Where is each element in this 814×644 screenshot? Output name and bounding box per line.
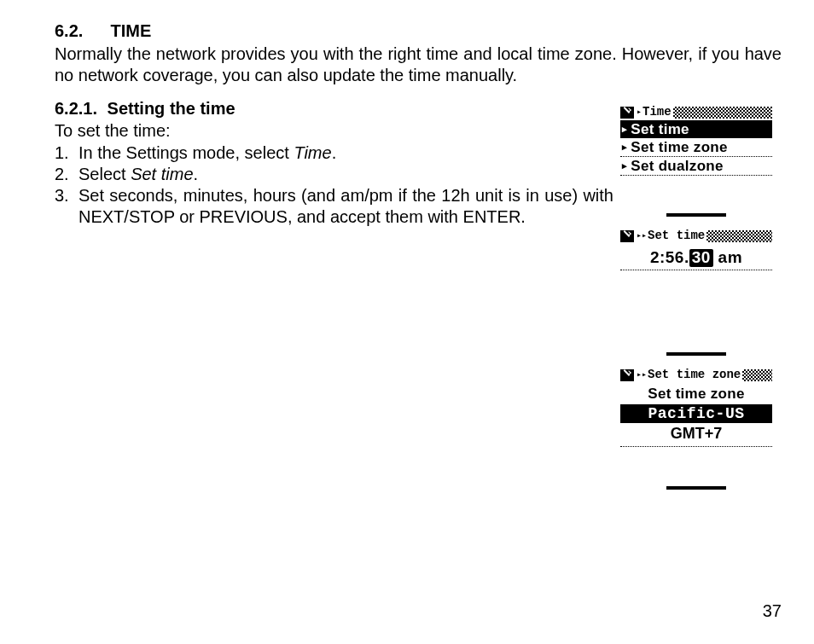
figure-column: ▸ Time ▸ Set time ▸ Set time zone ▸ Set … xyxy=(620,105,777,502)
subsection-lead: To set the time: xyxy=(55,120,613,142)
caret-icon: ▸ xyxy=(622,161,627,171)
device-screen-set-time: ▸▸ Set time 2:56.30 am xyxy=(620,229,772,356)
screen-bottom-bar xyxy=(666,213,726,217)
chevron-right-icon: ▸ xyxy=(636,107,642,119)
menu-item-set-time-zone: ▸ Set time zone xyxy=(620,138,772,157)
time-value-row: 2:56.30 am xyxy=(620,244,772,270)
screen-title: Set time xyxy=(648,229,705,244)
step-body: In the Settings mode, select Time. xyxy=(78,142,613,164)
menu-item-label: Set dualzone xyxy=(631,157,723,175)
device-screen-set-timezone: ▸▸ Set time zone Set time zone Pacific-U… xyxy=(620,368,772,490)
caret-icon: ▸ xyxy=(622,142,627,152)
header-shading xyxy=(742,369,772,381)
device-screen-time-menu: ▸ Time ▸ Set time ▸ Set time zone ▸ Set … xyxy=(620,105,772,217)
manual-page: 6.2. TIME Normally the network provides … xyxy=(0,0,814,644)
menu-item-set-time: ▸ Set time xyxy=(620,120,772,138)
timezone-below: GMT+7 xyxy=(620,423,772,446)
screen-bottom-bar xyxy=(666,486,726,490)
wrench-icon xyxy=(620,230,634,242)
screen-header: ▸▸ Set time zone xyxy=(620,368,772,383)
step-body: Set seconds, minutes, hours (and am/pm i… xyxy=(78,185,613,228)
menu-item-label: Set time zone xyxy=(631,138,727,156)
subsection-number: 6.2.1. xyxy=(55,98,102,119)
screen-header: ▸▸ Set time xyxy=(620,229,772,244)
screen-title: Time xyxy=(642,105,672,120)
dotted-divider xyxy=(620,446,772,447)
time-ampm: am xyxy=(713,248,742,266)
subsection-heading: 6.2.1. Setting the time xyxy=(55,98,613,119)
section-title: TIME xyxy=(111,21,152,40)
chevron-right-icon: ▸▸ xyxy=(636,231,648,242)
section-number: 6.2. xyxy=(55,20,106,42)
step-number: 1. xyxy=(55,142,78,164)
wrench-icon xyxy=(620,107,634,119)
step-body: Select Set time. xyxy=(78,164,613,185)
timezone-title: Set time zone xyxy=(620,383,772,404)
step-item: 2. Select Set time. xyxy=(55,164,613,185)
header-shading xyxy=(706,230,772,242)
screen-title: Set time zone xyxy=(648,368,741,383)
wrench-icon xyxy=(620,369,634,381)
screen-header: ▸ Time xyxy=(620,105,772,120)
section-heading: 6.2. TIME xyxy=(55,20,782,42)
step-item: 1. In the Settings mode, select Time. xyxy=(55,142,613,164)
timezone-selected: Pacific-US xyxy=(620,404,772,423)
caret-icon: ▸ xyxy=(622,125,627,134)
chevron-right-icon: ▸▸ xyxy=(636,370,648,381)
menu-item-set-dualzone: ▸ Set dualzone xyxy=(620,157,772,176)
subsection-title: Setting the time xyxy=(108,99,235,118)
dotted-divider xyxy=(620,270,772,270)
screen-bottom-bar xyxy=(666,352,726,356)
menu-item-label: Set time xyxy=(631,120,689,138)
section-intro: Normally the network provides you with t… xyxy=(55,44,782,86)
steps-list: 1. In the Settings mode, select Time. 2.… xyxy=(55,142,613,228)
step-number: 2. xyxy=(55,164,78,185)
step-item: 3. Set seconds, minutes, hours (and am/p… xyxy=(55,185,613,228)
page-number: 37 xyxy=(763,600,782,622)
time-seconds-selected: 30 xyxy=(689,249,713,267)
step-number: 3. xyxy=(55,185,78,228)
text-column: 6.2.1. Setting the time To set the time:… xyxy=(55,98,620,502)
header-shading xyxy=(673,107,772,119)
time-hours-minutes: 2:56. xyxy=(650,248,689,266)
